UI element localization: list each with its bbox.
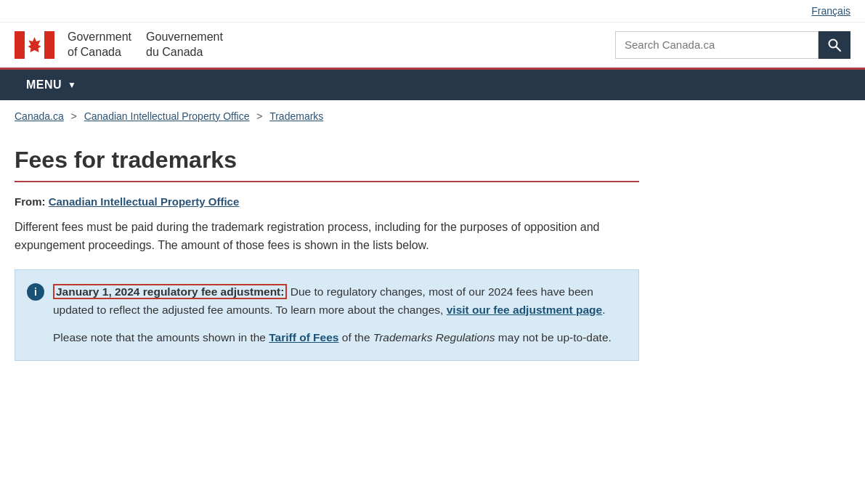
breadcrumb-trademarks[interactable]: Trademarks	[269, 110, 323, 122]
gov-name-french: Gouvernement du Canada	[146, 30, 223, 60]
svg-rect-2	[44, 31, 54, 59]
info-box: i January 1, 2024 regulatory fee adjustm…	[15, 269, 639, 361]
svg-rect-1	[15, 31, 25, 59]
from-label: From:	[15, 195, 46, 208]
note-italic: Trademarks Regulations	[373, 331, 495, 344]
info-box-period: .	[602, 304, 605, 316]
search-input[interactable]	[615, 31, 819, 59]
note-suffix: may not be up-to-date.	[495, 331, 612, 344]
from-link[interactable]: Canadian Intellectual Property Office	[49, 195, 240, 208]
info-icon: i	[27, 283, 44, 301]
info-box-note: Please note that the amounts shown in th…	[53, 329, 624, 347]
menu-label: MENU	[26, 78, 62, 92]
search-icon	[827, 38, 842, 52]
note-prefix: Please note that the amounts shown in th…	[53, 331, 269, 344]
page-title: Fees for trademarks	[15, 147, 639, 174]
menu-bar: MENU ▼	[0, 70, 865, 100]
search-area	[615, 31, 850, 59]
gov-name-english: Government of Canada	[68, 30, 131, 60]
intro-text: Different fees must be paid during the t…	[15, 218, 639, 255]
breadcrumb-separator-1: >	[71, 110, 77, 122]
header-logo-area: Government of Canada Gouvernement du Can…	[15, 30, 223, 60]
language-bar: Français	[0, 0, 865, 23]
breadcrumb-cipo[interactable]: Canadian Intellectual Property Office	[84, 110, 250, 122]
menu-chevron-icon: ▼	[68, 80, 76, 90]
fee-adjustment-link[interactable]: visit our fee adjustment page	[447, 304, 602, 316]
title-divider	[15, 181, 639, 182]
note-mid: of the	[338, 331, 373, 344]
francais-link[interactable]: Français	[811, 5, 850, 17]
svg-line-4	[837, 46, 841, 51]
breadcrumb-canada-ca[interactable]: Canada.ca	[15, 110, 64, 122]
government-name: Government of Canada Gouvernement du Can…	[68, 30, 223, 60]
tariff-of-fees-link[interactable]: Tariff of Fees	[269, 331, 338, 344]
site-header: Government of Canada Gouvernement du Can…	[0, 23, 865, 70]
main-content: Fees for trademarks From: Canadian Intel…	[0, 132, 654, 383]
menu-button[interactable]: MENU ▼	[15, 70, 89, 100]
info-box-main-text: January 1, 2024 regulatory fee adjustmen…	[53, 283, 624, 320]
from-line: From: Canadian Intellectual Property Off…	[15, 195, 639, 208]
canada-flag	[15, 31, 54, 59]
breadcrumb-separator-2: >	[256, 110, 262, 122]
breadcrumb: Canada.ca > Canadian Intellectual Proper…	[0, 100, 865, 132]
info-box-highlight-text: January 1, 2024 regulatory fee adjustmen…	[53, 284, 287, 299]
search-button[interactable]	[819, 31, 850, 59]
flag-svg	[15, 31, 54, 59]
